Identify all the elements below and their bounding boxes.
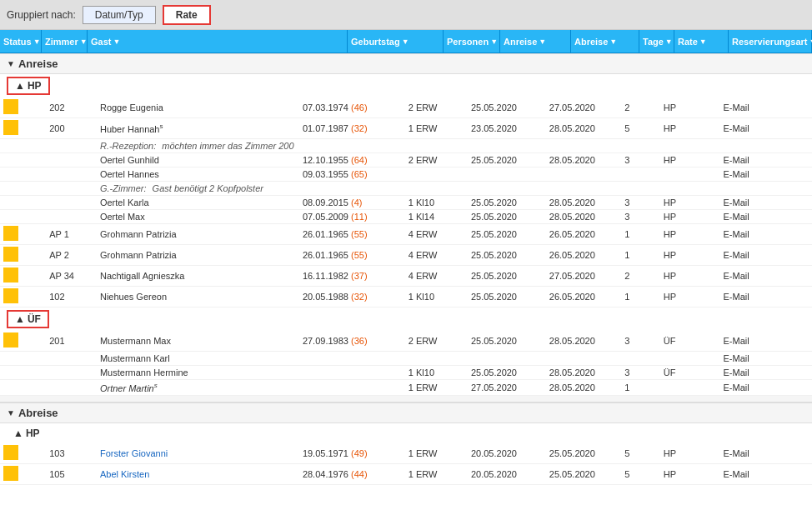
sort-arrow-gast: ▼ (113, 38, 120, 46)
table-row[interactable]: 103 Forster Giovanni 19.05.1971 (49) 1 E… (0, 443, 812, 464)
sort-arrow-anreise: ▼ (539, 38, 546, 46)
status-box (3, 99, 18, 114)
group-hp-abreise-label[interactable]: ▲ HP (7, 426, 47, 441)
col-abreise[interactable]: Abreise ▼ (571, 30, 639, 52)
toolbar: Gruppiert nach: Datum/Typ Rate (0, 0, 812, 30)
sort-arrow-rate: ▼ (699, 38, 707, 46)
section-collapse-arrow-abreise: ▼ (7, 408, 15, 418)
status-box (3, 226, 18, 241)
col-geburtstag[interactable]: Geburtstag ▼ (348, 30, 444, 52)
rate-button[interactable]: Rate (163, 5, 211, 25)
table-row[interactable]: Mustermann Karl E-Mail (0, 352, 812, 366)
table-row[interactable]: Oertel Max 07.05.2009 (11) 1 Kl14 25.05.… (0, 210, 812, 224)
table-row[interactable]: 102 Niehues Gereon 20.05.1988 (32) 1 Kl1… (0, 287, 812, 308)
group-hp-abreise: ▲ HP 103 Forster Giovanni 19.05.1971 (49… (0, 423, 812, 485)
table-row[interactable]: AP 2 Grohmann Patrizia 26.01.1965 (55) 4… (0, 245, 812, 266)
table-row: R.-Rezeption: möchten immer das Zimmer 2… (0, 139, 812, 153)
uf-anreise-table: 201 Mustermann Max 27.09.1983 (36) 2 ERW… (0, 331, 812, 396)
table-row[interactable]: AP 1 Grohmann Patrizia 26.01.1965 (55) 4… (0, 224, 812, 245)
table-row[interactable]: AP 34 Nachtigall Agnieszka 16.11.1982 (3… (0, 266, 812, 287)
sort-arrow-status: ▼ (33, 38, 41, 46)
group-uf-anreise: ▲ ÜF 201 Mustermann Max 27.09.1983 (36) … (0, 308, 812, 396)
hp-anreise-table: 202 Rogge Eugenia 07.03.1974 (46) 2 ERW … (0, 98, 812, 308)
table-row[interactable]: 201 Mustermann Max 27.09.1983 (36) 2 ERW… (0, 331, 812, 352)
table-row[interactable]: Oertel Karla 08.09.2015 (4) 1 Kl10 25.05… (0, 196, 812, 210)
datum-typ-button[interactable]: Datum/Typ (83, 6, 156, 24)
section-header-anreise[interactable]: ▼ Anreise (0, 53, 812, 74)
table-row[interactable]: 200 Huber Hannahs 01.07.1987 (32) 1 ERW … (0, 118, 812, 139)
table-row[interactable]: Ortner Martins 1 ERW 27.05.2020 28.05.20… (0, 380, 812, 396)
status-box (3, 466, 18, 481)
section-anreise: ▼ Anreise ▲ HP 202 Rogge Eugenia 07.03. (0, 53, 812, 396)
table-row[interactable]: Oertel Gunhild 12.10.1955 (64) 2 ERW 25.… (0, 153, 812, 168)
col-status[interactable]: Status ▼ (0, 30, 42, 52)
sort-arrow-reserv: ▼ (809, 38, 813, 46)
col-personen[interactable]: Personen ▼ (444, 30, 500, 52)
toolbar-label: Gruppiert nach: (7, 9, 76, 21)
table-row[interactable]: Mustermann Hermine 1 Kl10 25.05.2020 28.… (0, 366, 812, 380)
section-collapse-arrow: ▼ (7, 59, 15, 68)
col-rate[interactable]: Rate ▼ (674, 30, 729, 52)
status-box (3, 268, 18, 282)
content-area: ▼ Anreise ▲ HP 202 Rogge Eugenia 07.03. (0, 53, 812, 505)
col-gast[interactable]: Gast ▼ (88, 30, 348, 52)
sort-arrow-geburt: ▼ (402, 38, 409, 46)
col-reservierungsart[interactable]: Reservierungsart ▼ (729, 30, 812, 52)
column-header-row: Status ▼ Zimmer ▼ Gast ▼ Geburtstag ▼ Pe… (0, 30, 812, 53)
col-zimmer[interactable]: Zimmer ▼ (42, 30, 88, 52)
table-row[interactable]: 202 Rogge Eugenia 07.03.1974 (46) 2 ERW … (0, 98, 812, 118)
section-abreise: ▼ Abreise ▲ HP 103 Forster Giovanni 19. (0, 402, 812, 485)
sort-arrow-abreise: ▼ (609, 38, 617, 46)
table-row: G.-Zimmer: Gast benötigt 2 Kopfpolster (0, 182, 812, 196)
table-row[interactable]: 105 Abel Kirsten 28.04.1976 (44) 1 ERW 2… (0, 463, 812, 484)
status-box (3, 332, 18, 348)
sort-arrow-tage: ▼ (665, 38, 673, 46)
status-box (3, 445, 18, 460)
sort-arrow-zimmer: ▼ (80, 38, 88, 46)
status-box (3, 288, 18, 303)
hp-abreise-table: 103 Forster Giovanni 19.05.1971 (49) 1 E… (0, 443, 812, 485)
status-box (3, 120, 18, 135)
group-uf-label[interactable]: ▲ ÜF (7, 310, 49, 328)
group-hp-anreise: ▲ HP 202 Rogge Eugenia 07.03.1974 (46) 2… (0, 74, 812, 308)
section-title-anreise: Anreise (18, 58, 58, 70)
section-title-abreise: Abreise (18, 407, 58, 419)
col-anreise[interactable]: Anreise ▼ (500, 30, 571, 52)
section-header-abreise[interactable]: ▼ Abreise (0, 402, 812, 423)
sort-arrow-person: ▼ (490, 38, 498, 46)
col-tage[interactable]: Tage ▼ (639, 30, 674, 52)
table-row[interactable]: Oertel Hannes 09.03.1955 (65) E-Mail (0, 168, 812, 182)
status-box (3, 247, 18, 262)
group-hp-label[interactable]: ▲ HP (7, 77, 50, 95)
